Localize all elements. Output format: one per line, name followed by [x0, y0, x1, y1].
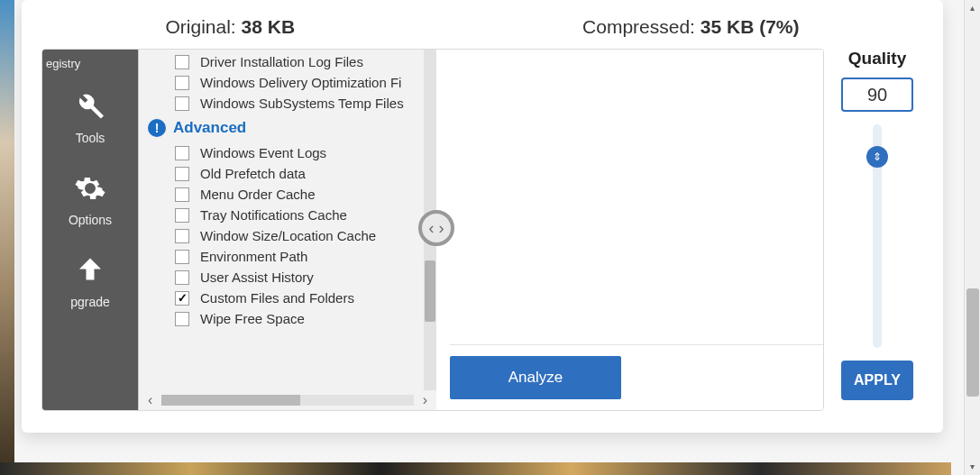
wrench-icon — [42, 90, 138, 125]
tree-item-label: Wipe Free Space — [200, 311, 305, 326]
tree-item[interactable]: Menu Order Cache — [139, 184, 436, 205]
tree-item-label: Custom Files and Folders — [200, 290, 354, 306]
scrollbar-thumb[interactable] — [425, 260, 435, 322]
image-compare-area: egistry Tools Options — [41, 49, 824, 411]
tree-item-label: Old Prefetch data — [200, 166, 306, 181]
slider-knob[interactable]: ⇕ — [866, 146, 888, 168]
compressed-value: 35 KB (7%) — [701, 16, 800, 37]
quality-panel: Quality ⇕ APPLY — [838, 49, 916, 411]
background-strip-bottom — [0, 462, 951, 475]
sidebar-item-upgrade[interactable]: pgrade — [42, 242, 138, 324]
scroll-up-icon[interactable]: ▴ — [965, 0, 980, 16]
original-stat: Original: 38 KB — [165, 16, 295, 38]
original-label: Original: — [165, 16, 235, 37]
quality-title: Quality — [838, 49, 916, 69]
tree-item-label: Window Size/Location Cache — [200, 228, 376, 243]
checkbox[interactable] — [175, 187, 189, 202]
tree-item-label: Windows Event Logs — [200, 145, 326, 160]
compressed-stat: Compressed: 35 KB (7%) — [582, 16, 799, 38]
tree-item-label: Windows Delivery Optimization Fi — [200, 75, 401, 90]
sidebar-item-options[interactable]: Options — [42, 160, 138, 242]
sidebar-item-label: Tools — [76, 131, 105, 145]
tree-item-label: Driver Installation Log Files — [200, 54, 363, 69]
tree-horizontal-scrollbar[interactable]: ‹ › — [139, 390, 436, 410]
tree-category-advanced[interactable]: ! Advanced — [139, 114, 436, 142]
checkbox[interactable] — [175, 291, 189, 306]
checkbox[interactable] — [175, 76, 189, 90]
tree-item[interactable]: Environment Path — [139, 246, 436, 267]
checkbox[interactable] — [175, 270, 189, 285]
tree-item[interactable]: Windows Delivery Optimization Fi — [139, 72, 436, 93]
tree-item-label: Environment Path — [200, 249, 307, 264]
page-vertical-scrollbar[interactable]: ▴ ▾ — [964, 0, 980, 475]
upgrade-arrow-icon — [42, 254, 138, 289]
compressed-pane: Analyze — [437, 50, 824, 410]
checkbox[interactable] — [175, 250, 189, 264]
tree-item[interactable]: Window Size/Location Cache — [139, 225, 436, 246]
tree-category-label: Advanced — [173, 119, 246, 137]
sidebar-item-registry[interactable]: egistry — [42, 55, 138, 78]
scrollbar-track[interactable] — [161, 395, 413, 406]
quality-input[interactable] — [841, 78, 913, 112]
compressor-card: Original: 38 KB Compressed: 35 KB (7%) e… — [22, 0, 943, 433]
checkbox[interactable] — [175, 96, 189, 111]
scrollbar-thumb[interactable] — [161, 395, 300, 406]
background-strip-left — [0, 0, 14, 475]
tree-item-label: Windows SubSystems Temp Files — [200, 96, 404, 111]
scrollbar-thumb[interactable] — [966, 288, 979, 397]
scroll-right-icon[interactable]: › — [423, 392, 427, 408]
pane-divider — [450, 344, 824, 345]
tree-item[interactable]: Tray Notifications Cache — [139, 205, 436, 225]
tree-item[interactable]: Windows SubSystems Temp Files — [139, 93, 436, 114]
scroll-left-icon[interactable]: ‹ — [148, 392, 152, 408]
checkbox[interactable] — [175, 229, 189, 243]
checkbox[interactable] — [175, 146, 189, 160]
app-sidebar: egistry Tools Options — [42, 50, 138, 410]
size-stats: Original: 38 KB Compressed: 35 KB (7%) — [22, 0, 943, 47]
quality-slider[interactable]: ⇕ — [873, 124, 882, 348]
drag-handle-icon: ‹ › — [429, 219, 444, 238]
gear-icon — [42, 172, 138, 207]
sidebar-item-label: pgrade — [70, 295, 110, 309]
sidebar-item-label: Options — [69, 213, 112, 227]
options-tree: Driver Installation Log FilesWindows Del… — [138, 50, 436, 410]
scroll-down-icon[interactable]: ▾ — [965, 459, 980, 475]
original-pane: egistry Tools Options — [42, 50, 436, 410]
tree-item[interactable]: Wipe Free Space — [139, 308, 436, 329]
analyze-button[interactable]: Analyze — [450, 356, 621, 399]
tree-item-label: User Assist History — [200, 269, 314, 285]
apply-button[interactable]: APPLY — [841, 361, 913, 400]
checkbox[interactable] — [175, 167, 189, 181]
tree-item-label: Tray Notifications Cache — [200, 207, 347, 223]
tree-item-label: Menu Order Cache — [200, 187, 316, 202]
tree-item[interactable]: Custom Files and Folders — [139, 288, 436, 308]
tree-item[interactable]: User Assist History — [139, 267, 436, 288]
checkbox[interactable] — [175, 208, 189, 223]
checkbox[interactable] — [175, 312, 189, 326]
tree-item[interactable]: Old Prefetch data — [139, 163, 436, 184]
info-icon: ! — [148, 119, 166, 137]
compare-drag-handle[interactable]: ‹ › — [418, 210, 454, 246]
slider-knob-icon: ⇕ — [873, 151, 882, 163]
tree-item[interactable]: Windows Event Logs — [139, 142, 436, 163]
sidebar-item-tools[interactable]: Tools — [42, 78, 138, 160]
compressed-label: Compressed: — [582, 16, 695, 37]
tree-item[interactable]: Driver Installation Log Files — [139, 51, 436, 72]
original-value: 38 KB — [242, 16, 296, 37]
checkbox[interactable] — [175, 55, 189, 69]
